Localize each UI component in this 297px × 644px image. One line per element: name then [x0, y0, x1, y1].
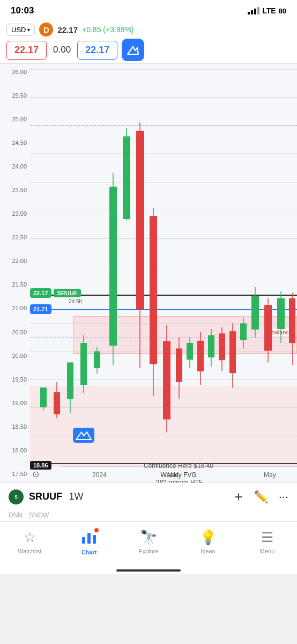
explore-icon: 🔭 — [140, 529, 157, 546]
y-label-18_5: 18.50 — [0, 424, 30, 430]
svg-rect-46 — [87, 533, 91, 544]
y-label-23_5: 23.50 — [0, 187, 30, 193]
ticker-bar: S SRUUF 1W + ✏️ ··· — [0, 482, 297, 510]
y-label-18: 18.00 — [0, 448, 30, 453]
ticker-symbol: SRUUF — [29, 491, 62, 502]
currency-label: USD — [11, 26, 26, 34]
status-time: 10:03 — [11, 5, 34, 16]
svg-rect-42 — [289, 298, 295, 343]
price-main: 22.17 — [57, 25, 78, 34]
tradingview-watermark — [73, 428, 94, 445]
ticker-timeframe: 1W — [69, 491, 83, 502]
status-bar: 10:03 LTE 80 — [0, 0, 297, 19]
y-label-23: 23.00 — [0, 211, 30, 217]
svg-rect-18 — [150, 216, 157, 364]
svg-rect-40 — [277, 298, 285, 329]
header-row1: USD ▾ D 22.17 +0.85 (+3.99%) — [6, 23, 291, 36]
chart-inner: imbalance — [30, 64, 297, 482]
ideas-icon: 💡 — [199, 529, 217, 546]
nav-name-snow[interactable]: SNOW — [29, 511, 49, 519]
nav-explore[interactable]: 🔭 Explore — [130, 529, 167, 554]
y-label-22_5: 22.50 — [0, 235, 30, 240]
more-icon[interactable]: ··· — [279, 490, 288, 504]
price-change: +0.85 (+3.99%) — [82, 25, 134, 34]
candlestick-chart — [30, 64, 297, 482]
lte-label: LTE — [262, 6, 276, 15]
y-label-25: 25.00 — [0, 116, 30, 122]
sprott-logo: S — [9, 489, 24, 504]
ideas-label: Ideas — [201, 548, 215, 554]
svg-rect-20 — [163, 341, 170, 420]
add-icon[interactable]: + — [234, 488, 242, 505]
bottom-nav: ☆ Watchlist Chart 🔭 Explore 💡 Ideas ☰ Me… — [0, 521, 297, 568]
y-label-19_5: 19.50 — [0, 377, 30, 383]
price-zero: 0.00 — [51, 45, 73, 55]
svg-rect-14 — [123, 136, 130, 219]
svg-rect-4 — [54, 392, 60, 415]
signal-icon — [248, 7, 259, 14]
pen-icon[interactable]: ✏️ — [254, 490, 268, 504]
svg-rect-8 — [80, 343, 87, 385]
calendar-icon[interactable]: ⊙ — [32, 469, 39, 479]
chart-area[interactable]: 26.00 25.50 25.00 24.50 24.00 23.50 23.0… — [0, 64, 297, 482]
watchlist-label: Watchlist — [18, 548, 41, 554]
chart-label: Chart — [81, 549, 97, 555]
svg-rect-38 — [264, 305, 272, 350]
svg-rect-16 — [136, 131, 144, 310]
y-label-26: 26.00 — [0, 69, 30, 75]
price-tag-18_38: 18.38 — [30, 481, 51, 482]
menu-label: Menu — [260, 548, 275, 554]
chart-icon-wrap — [81, 529, 97, 547]
nav-ideas[interactable]: 💡 Ideas — [189, 529, 227, 554]
y-label-19: 19.00 — [0, 400, 30, 406]
time-label: 2d 6h — [69, 296, 82, 305]
nav-names-row: DNN SNOW — [0, 510, 297, 521]
ticker-info: SRUUF 1W — [29, 491, 83, 502]
nav-watchlist[interactable]: ☆ Watchlist — [11, 529, 48, 554]
price-input-1[interactable]: 22.17 — [6, 41, 47, 60]
y-label-22: 22.00 — [0, 258, 30, 264]
svg-rect-47 — [93, 535, 96, 544]
price-input-3[interactable]: 22.17 — [77, 41, 117, 60]
svg-rect-2 — [40, 387, 47, 407]
nav-name-dnn[interactable]: DNN — [9, 511, 23, 519]
y-label-24_5: 24.50 — [0, 140, 30, 146]
y-label-24: 24.00 — [0, 164, 30, 170]
chevron-down-icon: ▾ — [27, 27, 30, 33]
ticker-right: + ✏️ ··· — [234, 488, 288, 505]
nav-chart[interactable]: Chart — [70, 529, 108, 555]
y-label-25_5: 25.50 — [0, 93, 30, 99]
status-icons: LTE 80 — [248, 6, 286, 15]
annotation-confluence: Confluence Here $18.40 Weekly FVG .382 r… — [60, 461, 297, 482]
svg-rect-28 — [208, 335, 214, 357]
svg-rect-34 — [240, 324, 247, 340]
y-axis: 26.00 25.50 25.00 24.50 24.00 23.50 23.0… — [0, 64, 30, 482]
home-indicator — [0, 568, 297, 574]
notification-dot — [94, 528, 99, 533]
svg-rect-12 — [109, 187, 117, 346]
price-tag-22_17: 22.17 — [30, 288, 51, 298]
explore-label: Explore — [138, 548, 158, 554]
battery-icon: 80 — [279, 7, 286, 15]
header: USD ▾ D 22.17 +0.85 (+3.99%) 22.17 0.00 … — [0, 19, 297, 64]
tradingview-button[interactable] — [122, 39, 144, 61]
y-label-20: 20.00 — [0, 353, 30, 359]
svg-rect-6 — [67, 362, 73, 399]
svg-marker-0 — [128, 47, 138, 54]
price-tag-18_86: 18.86 — [30, 460, 51, 470]
svg-rect-45 — [82, 537, 85, 544]
svg-rect-10 — [94, 352, 100, 368]
home-bar — [116, 569, 181, 572]
y-label-21: 21.00 — [0, 305, 30, 311]
svg-rect-36 — [251, 296, 259, 330]
d-icon: D — [39, 23, 53, 36]
y-label-20_5: 20.50 — [0, 330, 30, 335]
currency-selector[interactable]: USD ▾ — [6, 24, 35, 36]
tradingview-icon — [125, 42, 140, 57]
header-row2: 22.17 0.00 22.17 — [6, 39, 291, 61]
svg-rect-26 — [197, 341, 204, 371]
nav-menu[interactable]: ☰ Menu — [249, 529, 286, 554]
price-tag-21_71: 21.71 — [30, 304, 51, 313]
watchlist-icon: ☆ — [24, 529, 36, 546]
ticker-left: S SRUUF 1W — [9, 489, 83, 504]
